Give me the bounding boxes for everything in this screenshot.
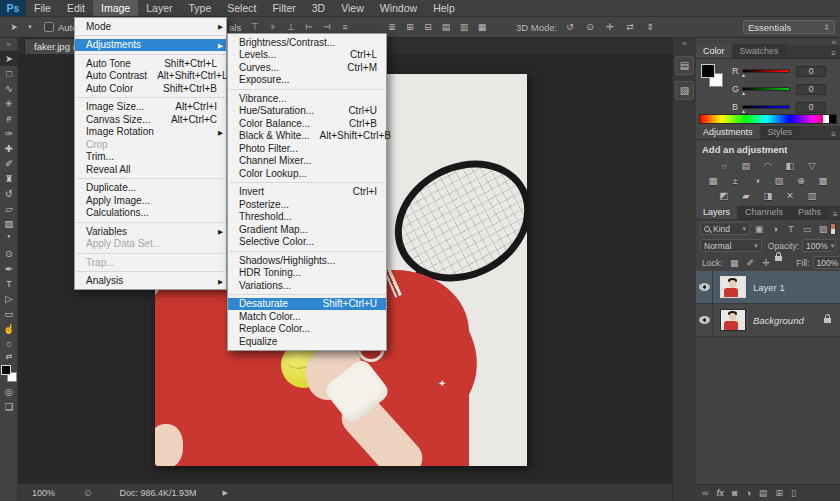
auto-select-checkbox[interactable] <box>44 22 54 32</box>
black-white-adjustment-icon[interactable]: ◑ <box>749 174 766 187</box>
align-vertical-centers-icon[interactable]: ⊦ <box>265 22 281 32</box>
pen-tool[interactable]: ✒ <box>0 261 18 276</box>
eraser-tool[interactable]: ▱ <box>0 201 18 216</box>
path-selection-tool[interactable]: ▷ <box>0 291 18 306</box>
distribute-right-icon[interactable]: ▥ <box>456 22 472 32</box>
threshold-adjustment-icon[interactable]: ◨ <box>760 189 777 202</box>
panel-menu-icon[interactable]: ≡ <box>827 130 840 139</box>
menu-item-apply-image[interactable]: Apply Image... <box>75 194 226 207</box>
lock-all-icon[interactable] <box>775 256 782 261</box>
crop-tool[interactable]: # <box>0 111 18 126</box>
hue-saturation-adjustment-icon[interactable]: ▦ <box>705 174 722 187</box>
gradient-map-adjustment-icon[interactable]: ▥ <box>804 189 821 202</box>
distribute-top-icon[interactable]: ≣ <box>384 22 400 32</box>
visibility-cell[interactable] <box>696 304 713 336</box>
menu-item-variations[interactable]: Variations... <box>228 279 386 292</box>
menu-item-hue-saturation[interactable]: Hue/Saturation...Ctrl+U <box>228 105 386 118</box>
eye-icon[interactable] <box>699 316 710 324</box>
menu-item-vibrance[interactable]: Vibrance... <box>228 92 386 105</box>
layer-row-background[interactable]: Background <box>696 304 840 337</box>
tab-styles[interactable]: Styles <box>761 125 800 139</box>
align-bottom-edges-icon[interactable]: ⊥ <box>283 22 299 32</box>
exposure-adjustment-icon[interactable]: ◧ <box>782 159 799 172</box>
fill-field[interactable]: 100% ▾ <box>813 256 840 269</box>
color-panel-swatches[interactable] <box>701 64 727 90</box>
toolbar-collapse-icon[interactable]: » <box>0 38 17 51</box>
menubar-item-3d[interactable]: 3D <box>304 0 333 16</box>
menu-item-desaturate[interactable]: DesaturateShift+Ctrl+U <box>228 298 386 311</box>
spot-healing-brush-tool[interactable]: ✚ <box>0 141 18 156</box>
slider-thumb-icon[interactable]: ▲ <box>741 90 746 96</box>
gradient-tool[interactable]: ▧ <box>0 216 18 231</box>
layer-thumbnail[interactable] <box>720 276 746 298</box>
channel-mixer-adjustment-icon[interactable]: ⊕ <box>793 174 810 187</box>
channel-value-field[interactable]: 0 <box>796 66 826 77</box>
vibrance-adjustment-icon[interactable]: ▽ <box>804 159 821 172</box>
channel-slider[interactable]: ▲ <box>742 105 790 109</box>
foreground-color-swatch[interactable] <box>1 365 11 375</box>
filter-adjustment-layers-icon[interactable]: ◑ <box>768 222 782 235</box>
tab-color[interactable]: Color <box>696 44 732 58</box>
menu-item-photo-filter[interactable]: Photo Filter... <box>228 142 386 155</box>
lock-pixels-icon[interactable]: ✐ <box>743 256 757 269</box>
auto-align-layers-icon[interactable]: ▦ <box>472 22 492 32</box>
menubar-item-help[interactable]: Help <box>425 0 463 16</box>
history-brush-tool[interactable]: ↺ <box>0 186 18 201</box>
menu-item-channel-mixer[interactable]: Channel Mixer... <box>228 155 386 168</box>
filter-smart-objects-icon[interactable]: ▨ <box>816 222 830 235</box>
new-layer-icon[interactable]: ⊞ <box>775 488 783 498</box>
menu-item-image-rotation[interactable]: Image Rotation▶ <box>75 126 226 139</box>
curves-adjustment-icon[interactable]: ◠ <box>760 159 777 172</box>
menu-item-auto-contrast[interactable]: Auto ContrastAlt+Shift+Ctrl+L <box>75 70 226 83</box>
align-left-edges-icon[interactable]: ⊢ <box>301 22 317 32</box>
menu-item-trim[interactable]: Trim... <box>75 151 226 164</box>
tab-swatches[interactable]: Swatches <box>733 44 786 58</box>
3d-scale-icon[interactable]: ⇕ <box>642 22 658 32</box>
visibility-cell[interactable] <box>696 271 713 303</box>
add-layer-mask-icon[interactable]: ◙ <box>732 488 737 498</box>
menu-item-replace-color[interactable]: Replace Color... <box>228 323 386 336</box>
menu-item-trap[interactable]: Trap... <box>75 256 226 269</box>
panel-menu-icon[interactable]: ≡ <box>827 49 840 58</box>
color-lookup-adjustment-icon[interactable]: ▩ <box>815 174 832 187</box>
menu-item-posterize[interactable]: Posterize... <box>228 198 386 211</box>
menu-item-exposure[interactable]: Exposure... <box>228 74 386 87</box>
spectrum-black-swatch[interactable] <box>829 115 836 123</box>
menu-item-apply-data-set[interactable]: Apply Data Set... <box>75 238 226 251</box>
move-tool[interactable]: ➤ <box>0 51 18 66</box>
menu-item-mode[interactable]: Mode▶ <box>75 20 226 33</box>
menu-item-curves[interactable]: Curves...Ctrl+M <box>228 61 386 74</box>
menu-item-adjustments[interactable]: Adjustments▶ <box>75 39 226 52</box>
blend-mode-select[interactable]: Normal ▾ <box>700 239 762 252</box>
posterize-adjustment-icon[interactable]: ▰ <box>738 189 755 202</box>
history-panel-button[interactable]: ▤ <box>675 56 694 75</box>
photo-filter-adjustment-icon[interactable]: ▨ <box>771 174 788 187</box>
menu-item-selective-color[interactable]: Selective Color... <box>228 236 386 249</box>
levels-adjustment-icon[interactable]: ▤ <box>738 159 755 172</box>
menu-item-levels[interactable]: Levels...Ctrl+L <box>228 49 386 62</box>
new-adjustment-layer-icon[interactable]: ◑ <box>745 488 750 498</box>
clone-stamp-tool[interactable]: ♜ <box>0 171 18 186</box>
menu-item-analysis[interactable]: Analysis▶ <box>75 275 226 288</box>
brightness-contrast-adjustment-icon[interactable]: ☼ <box>716 159 733 172</box>
3d-roll-icon[interactable]: ⊙ <box>582 22 598 32</box>
properties-panel-button[interactable]: ▨ <box>675 81 694 100</box>
rectangular-marquee-tool[interactable]: □ <box>0 66 18 81</box>
hand-tool[interactable]: ☝ <box>0 321 18 336</box>
tab-adjustments[interactable]: Adjustments <box>696 125 760 139</box>
menu-item-black-white[interactable]: Black & White...Alt+Shift+Ctrl+B <box>228 130 386 143</box>
menubar-item-image[interactable]: Image <box>93 0 138 16</box>
panel-menu-icon[interactable]: ≡ <box>829 210 840 219</box>
status-arrow-icon[interactable]: ▶ <box>223 489 228 497</box>
chevron-down-icon[interactable]: ▾ <box>22 23 38 31</box>
distribute-left-icon[interactable]: ▤ <box>438 22 454 32</box>
quick-selection-tool[interactable]: ✳ <box>0 96 18 111</box>
layer-row-layer-1[interactable]: Layer 1 <box>696 271 840 304</box>
new-group-icon[interactable]: ▤ <box>759 488 768 498</box>
workspace-switcher[interactable]: Essentials ⇕ <box>743 20 835 34</box>
menu-item-variables[interactable]: Variables▶ <box>75 225 226 238</box>
eyedropper-tool[interactable]: ✑ <box>0 126 18 141</box>
menu-item-crop[interactable]: Crop <box>75 138 226 151</box>
expand-panels-icon[interactable]: « <box>673 38 696 50</box>
eye-icon[interactable] <box>699 283 710 291</box>
